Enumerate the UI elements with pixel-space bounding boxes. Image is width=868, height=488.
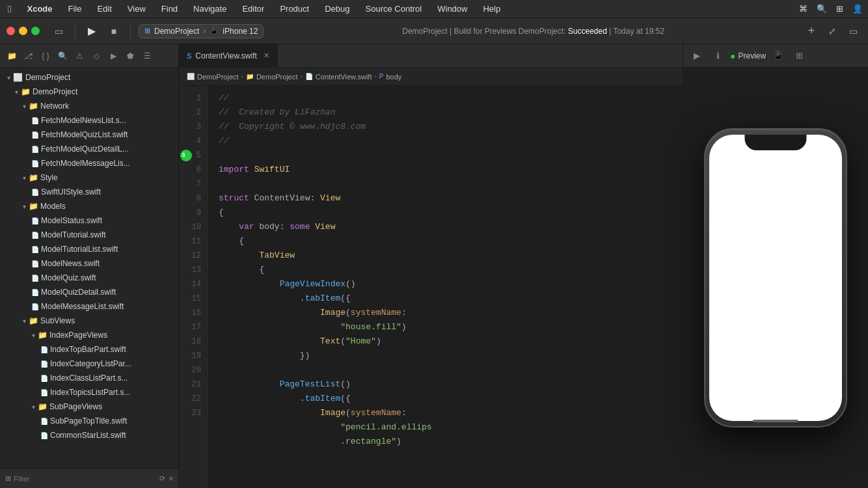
sidebar-item-style[interactable]: ▾ 📁 Style	[0, 170, 178, 185]
file-icon: 📄	[31, 246, 39, 253]
disclosure-icon: ▾	[12, 87, 21, 96]
menu-debug[interactable]: Debug	[322, 3, 352, 15]
sidebar-item-label: DemoProject	[33, 87, 77, 96]
sidebar-item-fetchmodelmessage[interactable]: 📄 FetchModelMessageLis...	[0, 156, 178, 170]
sidebar-item-indextopbarpart[interactable]: 📄 IndexTopBarPart.swift	[0, 342, 178, 357]
sidebar-item-indexclasslistpart[interactable]: 📄 IndexClassListPart.s...	[0, 371, 178, 385]
disclosure-icon: ▾	[20, 202, 29, 211]
breadcrumb-demoproject[interactable]: DemoProject	[197, 73, 239, 81]
file-icon: 📄	[31, 217, 39, 224]
breakpoint-btn[interactable]: ⬟	[122, 48, 138, 64]
code-editor: 1 2 3 4 5 3 6 7 8 9 10 11 12 13 14 15	[179, 86, 683, 488]
home-indicator	[753, 420, 798, 422]
preview-label-text: Preview	[738, 51, 766, 61]
split-view-btn[interactable]: ▭	[845, 23, 861, 40]
control-center-icon[interactable]: ⊞	[836, 4, 843, 14]
scheme-name: DemoProject	[154, 27, 199, 36]
menu-editor[interactable]: Editor	[239, 3, 267, 15]
menu-navigate[interactable]: Navigate	[191, 3, 229, 15]
sidebar-item-subpagetoptitle[interactable]: 📄 SubPageTopTitle.swift	[0, 414, 178, 428]
breadcrumb-demoproject2[interactable]: DemoProject	[256, 73, 298, 81]
sidebar-item-demoproject-root[interactable]: ▾ ⬜ DemoProject	[0, 70, 178, 85]
minimize-button[interactable]	[19, 27, 27, 35]
find-navigator-btn[interactable]: 🔍	[55, 48, 70, 64]
symbol-navigator-btn[interactable]: { }	[38, 48, 53, 64]
filter-input[interactable]	[14, 475, 118, 483]
device-name: iPhone 12	[223, 27, 258, 36]
menu-window[interactable]: Window	[435, 3, 470, 15]
play-btn[interactable]: ▶	[83, 23, 100, 40]
menu-source-control[interactable]: Source Control	[363, 3, 425, 15]
breadcrumb-body[interactable]: body	[386, 73, 401, 81]
report-navigator-btn[interactable]: ☰	[139, 48, 155, 64]
menu-product[interactable]: Product	[277, 3, 312, 15]
user-icon[interactable]: 👤	[852, 4, 863, 14]
tab-close-icon[interactable]: ✕	[264, 51, 269, 60]
preview-inspect-btn[interactable]: ℹ	[709, 47, 726, 64]
sidebar-item-subpageviews[interactable]: ▾ 📁 SubPageViews	[0, 400, 178, 414]
preview-device-btn[interactable]: 📱	[770, 47, 787, 64]
code-content[interactable]: // // Created by LiFazhan // Copyright ©…	[208, 86, 683, 488]
folder-icon: 📁	[21, 87, 31, 96]
close-button[interactable]	[7, 27, 15, 35]
sidebar-item-subviews[interactable]: ▾ 📁 SubViews	[0, 314, 178, 328]
breadcrumb-contentview[interactable]: ContentView.swift	[316, 73, 372, 81]
sidebar-item-models[interactable]: ▾ 📁 Models	[0, 199, 178, 213]
sidebar-item-modelstatus[interactable]: 📄 ModelStatus.swift	[0, 213, 178, 228]
search-menu-icon[interactable]: 🔍	[817, 4, 827, 14]
filter-icon: ⊞	[5, 474, 11, 483]
code-line-12: TabView	[219, 249, 672, 263]
preview-pin-btn[interactable]: ⊞	[791, 47, 807, 64]
sidebar-item-modelquiz[interactable]: 📄 ModelQuiz.swift	[0, 271, 178, 285]
stop-btn[interactable]: ■	[105, 23, 122, 40]
sidebar-item-fetchmodelnewslist[interactable]: 📄 FetchModelNewsList.s...	[0, 113, 178, 128]
tab-contentview[interactable]: S ContentView.swift ✕	[179, 44, 278, 68]
sidebar-item-label: SubViews	[40, 316, 75, 325]
test-navigator-btn[interactable]: ◇	[88, 48, 104, 64]
sidebar-item-indextopicslistpart[interactable]: 📄 IndexTopicsListPart.s...	[0, 385, 178, 400]
menu-find[interactable]: Find	[159, 3, 180, 15]
menu-help[interactable]: Help	[480, 3, 503, 15]
file-icon: 📄	[40, 360, 48, 368]
menu-edit[interactable]: Edit	[94, 3, 114, 15]
sidebar-item-fetchmodelquizdetail[interactable]: 📄 FetchModelQuizDetailL...	[0, 142, 178, 156]
sidebar-item-swiftuistyle[interactable]: 📄 SwiftUIStyle.swift	[0, 185, 178, 199]
issue-navigator-btn[interactable]: ⚠	[72, 48, 87, 64]
preview-content	[683, 68, 868, 488]
maximize-button[interactable]	[31, 27, 40, 35]
sidebar-item-modeltutorial[interactable]: 📄 ModelTutorial.swift	[0, 228, 178, 242]
preview-play-btn[interactable]: ▶	[688, 47, 705, 64]
filter-option-1[interactable]: ⟳	[159, 474, 165, 483]
sidebar-item-label: IndexCategoryListPar...	[50, 359, 131, 368]
apple-menu[interactable]: 	[5, 2, 14, 16]
source-control-btn[interactable]: ⎇	[21, 48, 36, 64]
scheme-selector[interactable]: ⊞ DemoProject › 📱 iPhone 12	[139, 24, 264, 38]
add-btn[interactable]: +	[803, 23, 820, 40]
sidebar-item-modelnews[interactable]: 📄 ModelNews.swift	[0, 256, 178, 271]
file-icon: 📄	[31, 289, 39, 296]
sidebar-item-network[interactable]: ▾ 📁 Network	[0, 99, 178, 113]
folder-icon: 📁	[29, 316, 38, 325]
sidebar-item-fetchmodelquizlist[interactable]: 📄 FetchModelQuizList.swift	[0, 128, 178, 142]
sidebar-item-modeltutoriallist[interactable]: 📄 ModelTutorialList.swift	[0, 242, 178, 256]
sidebar-item-label: SubPageViews	[49, 402, 102, 411]
sidebar-item-modelquizdetail[interactable]: 📄 ModelQuizDetail.swift	[0, 285, 178, 299]
file-icon: 📄	[31, 189, 39, 196]
jump-btn[interactable]: ⤢	[824, 23, 841, 40]
sidebar-item-indexcategorylistpar[interactable]: 📄 IndexCategoryListPar...	[0, 357, 178, 371]
code-line-6: import SwiftUI	[219, 163, 672, 177]
debug-navigator-btn[interactable]: ▶	[105, 48, 121, 64]
menu-xcode[interactable]: Xcode	[24, 3, 55, 15]
tab-label: ContentView.swift	[195, 51, 257, 61]
menu-file[interactable]: File	[66, 3, 85, 15]
filter-option-2[interactable]: ≡	[169, 474, 173, 483]
folder-icon: 📁	[29, 173, 38, 182]
sidebar-item-indexpageviews[interactable]: ▾ 📁 IndexPageViews	[0, 328, 178, 342]
file-navigator-btn[interactable]: 📁	[4, 48, 20, 64]
sidebar-toggle-btn[interactable]: ▭	[50, 23, 67, 40]
sidebar-item-commonstarlist[interactable]: 📄 CommonStarList.swift	[0, 428, 178, 442]
sidebar-item-label: ModelTutorialList.swift	[41, 245, 118, 254]
menu-view[interactable]: View	[125, 3, 148, 15]
sidebar-item-modelmessagelist[interactable]: 📄 ModelMessageList.swift	[0, 299, 178, 314]
sidebar-item-demoproject-folder[interactable]: ▾ 📁 DemoProject	[0, 85, 178, 99]
